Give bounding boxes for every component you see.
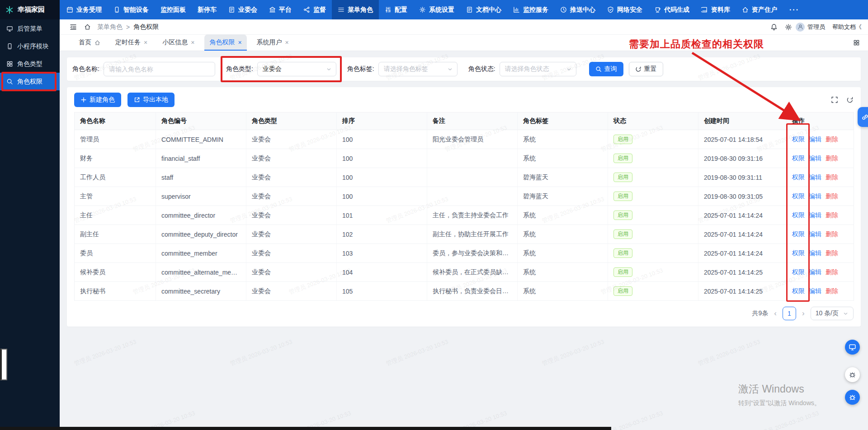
debug-fab-button[interactable] [845, 390, 860, 405]
nav-item-2[interactable]: 监控面板 [155, 0, 192, 19]
reload-table-icon[interactable] [846, 96, 854, 103]
role-tag-select[interactable]: 请选择角色标签 [378, 62, 458, 76]
tab-0[interactable]: 首页 [74, 34, 105, 51]
nav-item-7[interactable]: 菜单角色 [332, 0, 379, 19]
perm-link[interactable]: 权限 [792, 249, 805, 257]
nav-item-13[interactable]: 网络安全 [601, 0, 648, 19]
cell-sort: 102 [337, 225, 427, 244]
notification-bell-icon[interactable] [767, 23, 781, 31]
role-status-select[interactable]: 请选择角色状态 [500, 62, 576, 76]
column-header: 排序 [337, 112, 427, 130]
create-role-button[interactable]: 新建角色 [74, 93, 121, 107]
user-name[interactable]: 管理员 [807, 23, 825, 31]
nav-item-1[interactable]: 智能设备 [108, 0, 155, 19]
search-button[interactable]: 查询 [589, 62, 623, 76]
nav-item-12[interactable]: 推送中心 [554, 0, 601, 19]
nav-item-9[interactable]: 系统设置 [413, 0, 460, 19]
breadcrumb-section[interactable]: 菜单角色 [97, 23, 123, 31]
edit-link[interactable]: 编辑 [809, 154, 821, 162]
settings-gear-icon[interactable] [781, 23, 796, 31]
quick-link-button[interactable] [858, 107, 868, 127]
role-type-select[interactable]: 业委会 [257, 62, 336, 76]
edit-link[interactable]: 编辑 [809, 173, 821, 181]
nav-item-16[interactable]: 资产住户 [736, 0, 783, 19]
sidebar: 后管菜单小程序模块角色类型角色权限 [0, 19, 60, 430]
sidebar-item-3[interactable]: 角色权限 [0, 73, 60, 90]
delete-link[interactable]: 删除 [826, 154, 838, 162]
tab-2[interactable]: 小区信息× [157, 34, 199, 51]
help-doc-link[interactable]: 帮助文档《 [832, 23, 862, 31]
nav-item-14[interactable]: 代码生成 [648, 0, 695, 19]
page-number[interactable]: 1 [783, 307, 796, 320]
perm-link[interactable]: 权限 [792, 192, 805, 200]
nav-item-15[interactable]: 资料库 [695, 0, 736, 19]
edit-link[interactable]: 编辑 [809, 192, 821, 200]
nav-more-button[interactable]: ··· [783, 0, 806, 19]
perm-link[interactable]: 权限 [792, 154, 805, 162]
role-name-input[interactable] [104, 62, 215, 76]
nav-item-3[interactable]: 新停车 [192, 0, 222, 19]
perm-link[interactable]: 权限 [792, 287, 805, 294]
debug-outline-fab-button[interactable] [845, 367, 860, 382]
cell-actions: 权限编辑删除 [787, 244, 854, 263]
tab-close-icon[interactable]: × [238, 39, 241, 46]
tab-close-icon[interactable]: × [191, 39, 194, 46]
tab-close-icon[interactable]: × [144, 39, 147, 46]
collapse-sidebar-icon[interactable] [66, 23, 80, 31]
tab-3[interactable]: 角色权限× [204, 34, 246, 51]
perm-link[interactable]: 权限 [792, 268, 805, 276]
perm-link[interactable]: 权限 [792, 136, 805, 143]
delete-link[interactable]: 删除 [826, 287, 838, 294]
edit-link[interactable]: 编辑 [809, 211, 821, 219]
edit-link[interactable]: 编辑 [809, 136, 821, 143]
header-bar: 菜单角色 > 角色权限 管理员 帮助文档《 [60, 19, 868, 35]
gear-icon [419, 6, 426, 13]
column-header: 角色编号 [156, 112, 246, 130]
brand-logo-icon [5, 5, 14, 14]
delete-link[interactable]: 删除 [826, 136, 838, 143]
nav-item-5[interactable]: 平台 [263, 0, 297, 19]
nav-item-8[interactable]: 配置 [379, 0, 413, 19]
breadcrumb-home-icon[interactable] [80, 23, 94, 30]
nav-item-11[interactable]: 监控服务 [507, 0, 554, 19]
nav-item-4[interactable]: 业委会 [222, 0, 263, 19]
prev-page-icon[interactable]: ‹ [774, 309, 777, 318]
perm-link[interactable]: 权限 [792, 230, 805, 238]
nav-item-0[interactable]: 业务受理 [61, 0, 108, 19]
delete-link[interactable]: 删除 [826, 230, 838, 238]
delete-link[interactable]: 删除 [826, 211, 838, 219]
reset-button[interactable]: 重置 [629, 62, 663, 76]
delete-link[interactable]: 删除 [826, 249, 838, 257]
edit-link[interactable]: 编辑 [809, 249, 821, 257]
perm-link[interactable]: 权限 [792, 211, 805, 219]
edit-link[interactable]: 编辑 [809, 287, 821, 294]
edit-link[interactable]: 编辑 [809, 268, 821, 276]
nav-item-6[interactable]: 监督 [297, 0, 332, 19]
status-badge: 启用 [613, 248, 632, 258]
delete-link[interactable]: 删除 [826, 268, 838, 276]
roles-table: 角色名称角色编号角色类型排序备注角色标签状态创建时间操作 管理员 COMMITT… [74, 112, 854, 301]
sidebar-item-0[interactable]: 后管菜单 [0, 20, 60, 37]
delete-link[interactable]: 删除 [826, 173, 838, 181]
tab-1[interactable]: 定时任务× [110, 34, 152, 51]
table-row: 管理员 COMMITTEE_ADMIN 业委会 100 阳光业委会管理员 系统 … [75, 130, 854, 149]
sidebar-item-2[interactable]: 角色类型 [0, 55, 60, 73]
feedback-fab-button[interactable] [845, 340, 860, 355]
nav-item-10[interactable]: 文档中心 [460, 0, 507, 19]
edit-link[interactable]: 编辑 [809, 230, 821, 238]
tab-4[interactable]: 系统用户× [252, 34, 294, 51]
delete-link[interactable]: 删除 [826, 192, 838, 200]
page-size-select[interactable]: 10 条/页 [811, 307, 854, 320]
next-page-icon[interactable]: › [802, 309, 805, 318]
calendar-icon [66, 6, 73, 13]
cell-remark: 主任，负责主持业委会工作 [427, 206, 518, 225]
role-tag-placeholder: 请选择角色标签 [384, 65, 428, 73]
sidebar-item-1[interactable]: 小程序模块 [0, 37, 60, 55]
table-row: 主管 supervisor 业委会 100 碧海蓝天 启用 2019-08-30… [75, 187, 854, 206]
fullscreen-icon[interactable] [831, 96, 838, 103]
export-local-button[interactable]: 导出本地 [127, 93, 175, 107]
perm-link[interactable]: 权限 [792, 173, 805, 181]
avatar[interactable] [796, 23, 805, 32]
tab-layout-grid-icon[interactable] [851, 39, 862, 46]
tab-close-icon[interactable]: × [285, 39, 289, 46]
